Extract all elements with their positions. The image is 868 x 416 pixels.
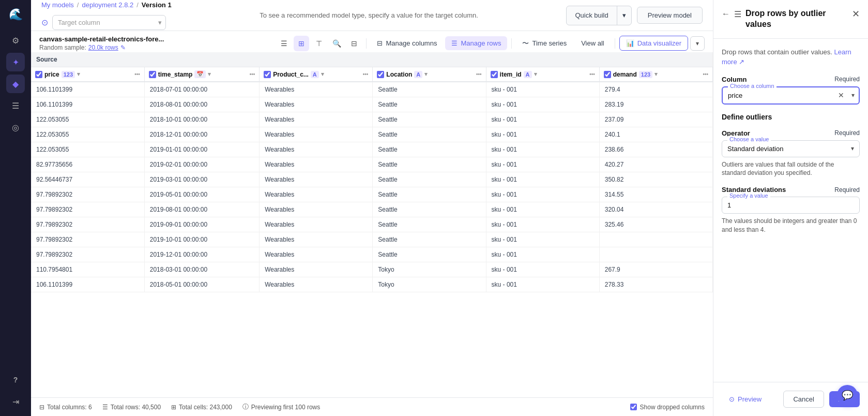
sidebar-icon-tune[interactable]: ◆ xyxy=(6,75,25,93)
col-type-location: A xyxy=(414,71,422,78)
table-row: 106.11013992018-07-01 00:00:00WearablesS… xyxy=(31,82,713,97)
preview-model-button[interactable]: Preview model xyxy=(637,7,703,24)
col-checkbox-timestamp[interactable] xyxy=(149,71,156,78)
toolbar-divider-2 xyxy=(511,38,512,49)
status-columns: ⊟ Total columns: 6 xyxy=(39,404,92,411)
logo-icon[interactable]: 🌊 xyxy=(6,5,25,24)
col-checkbox-itemid[interactable] xyxy=(491,71,498,78)
target-column-select[interactable]: Target column xyxy=(52,15,166,30)
col-checkbox-demand[interactable] xyxy=(604,71,611,78)
table-body: 106.11013992018-07-01 00:00:00WearablesS… xyxy=(31,82,713,292)
cell-time_stamp: 2019-01-01 00:00:00 xyxy=(144,142,259,157)
column-dropdown-button[interactable]: ▾ xyxy=(851,92,855,99)
header-right: Quick build ▾ Preview model xyxy=(566,6,703,25)
col-menu-demand[interactable]: ••• xyxy=(703,71,708,77)
main-content: My models / deployment 2.8.2 / Version 1… xyxy=(31,0,713,416)
status-cells: ⊞ Total cells: 243,000 xyxy=(171,404,232,411)
cell-demand: 278.33 xyxy=(599,277,712,292)
col-checkbox-location[interactable] xyxy=(377,71,384,78)
edit-icon[interactable]: ✎ xyxy=(120,44,126,51)
quick-build-button[interactable]: Quick build xyxy=(567,7,616,23)
sidebar-icon-logout[interactable]: ⇥ xyxy=(6,392,25,411)
sidebar-icon-help[interactable]: ? xyxy=(6,370,25,389)
column-input[interactable] xyxy=(728,92,854,99)
breadcrumb-my-models[interactable]: My models xyxy=(41,1,74,9)
panel-close-button[interactable]: ✕ xyxy=(852,8,860,20)
cell-location: Tokyo xyxy=(373,262,486,277)
column-clear-button[interactable]: ✕ xyxy=(838,91,844,99)
dataset-toolbar-icons: ☰ ⊞ ⊤ 🔍 ⊟ ⊟ Manage columns ☰ Manage rows… xyxy=(276,36,705,51)
cell-price: 122.053055 xyxy=(31,112,144,127)
chat-button[interactable]: 💬 xyxy=(837,385,858,406)
define-outliers-group: Define outliers xyxy=(722,113,860,121)
col-header-timestamp: time_stamp 📅 ▾ ••• xyxy=(144,67,259,82)
panel-back-button[interactable]: ← xyxy=(722,9,730,19)
cell-location: Seattle xyxy=(373,97,486,112)
cell-product: Wearables xyxy=(260,97,373,112)
preview-button[interactable]: ⊙ Preview xyxy=(722,391,769,407)
topbar: My models / deployment 2.8.2 / Version 1… xyxy=(31,0,713,31)
cell-demand: 350.82 xyxy=(599,172,712,187)
total-rows-text: Total rows: 40,500 xyxy=(111,404,161,411)
manage-columns-button[interactable]: ⊟ Manage columns xyxy=(371,36,443,50)
view-all-button[interactable]: View all xyxy=(575,36,611,50)
cell-demand: 420.27 xyxy=(599,157,712,172)
toolbar-expand-button[interactable]: ▾ xyxy=(690,36,705,51)
quick-build-dropdown-button[interactable]: ▾ xyxy=(617,7,631,23)
cell-item_id: sku - 001 xyxy=(486,97,599,112)
operator-select[interactable]: Standard deviation xyxy=(727,145,854,153)
col-menu-location[interactable]: ••• xyxy=(476,71,482,77)
cell-location: Seattle xyxy=(373,247,486,262)
std-dev-input-wrapper: Specify a value xyxy=(722,197,860,214)
sidebar-icon-circle[interactable]: ◎ xyxy=(6,118,25,137)
show-dropped-checkbox[interactable] xyxy=(630,404,637,410)
col-checkbox-price[interactable] xyxy=(35,71,42,78)
sidebar-icon-settings[interactable]: ⚙ xyxy=(6,31,25,50)
cell-time_stamp: 2018-08-01 00:00:00 xyxy=(144,97,259,112)
list-view-button[interactable]: ☰ xyxy=(276,36,292,51)
cell-price: 106.1101399 xyxy=(31,82,144,97)
cancel-button[interactable]: Cancel xyxy=(783,391,824,408)
cell-demand xyxy=(599,232,712,247)
cell-price: 97.79892302 xyxy=(31,247,144,262)
table-row: 106.11013992018-08-01 00:00:00WearablesS… xyxy=(31,97,713,112)
cell-item_id: sku - 001 xyxy=(486,142,599,157)
dataset-meta: Random sample: 20.0k rows ✎ xyxy=(39,44,164,51)
cell-item_id: sku - 001 xyxy=(486,172,599,187)
cell-demand: 238.66 xyxy=(599,142,712,157)
cell-price: 106.1101399 xyxy=(31,277,144,292)
col-menu-price[interactable]: ••• xyxy=(134,71,140,77)
col-menu-product[interactable]: ••• xyxy=(363,71,369,77)
col-menu-timestamp[interactable]: ••• xyxy=(250,71,255,77)
columns-button[interactable]: ⊟ xyxy=(346,36,362,51)
col-checkbox-product[interactable] xyxy=(264,71,271,78)
cell-demand: 325.46 xyxy=(599,217,712,232)
sidebar-icon-list[interactable]: ☰ xyxy=(6,96,25,115)
sample-rows-link[interactable]: 20.0k rows xyxy=(88,44,118,51)
cell-demand: 240.1 xyxy=(599,127,712,142)
dataset-info: canvas-sample-retail-electronics-fore...… xyxy=(39,35,164,51)
std-dev-input[interactable] xyxy=(727,201,854,209)
cell-demand: 267.9 xyxy=(599,262,712,277)
search-button[interactable]: 🔍 xyxy=(329,36,344,51)
toolbar-divider-1 xyxy=(366,38,367,49)
time-series-button[interactable]: 〜 Time series xyxy=(516,36,573,51)
col-type-timestamp: 📅 xyxy=(194,70,206,78)
std-dev-required: Required xyxy=(834,186,860,194)
cell-price: 97.79892302 xyxy=(31,232,144,247)
col-name-price: price xyxy=(44,71,59,78)
breadcrumb-deployment[interactable]: deployment 2.8.2 xyxy=(82,1,133,9)
col-menu-itemid[interactable]: ••• xyxy=(589,71,595,77)
cell-item_id: sku - 001 xyxy=(486,217,599,232)
data-visualizer-button[interactable]: 📊 Data visualizer xyxy=(619,36,688,51)
sidebar-icon-star[interactable]: ✦ xyxy=(6,53,25,71)
cell-location: Seattle xyxy=(373,202,486,217)
filter-button[interactable]: ⊤ xyxy=(311,36,327,51)
cell-product: Wearables xyxy=(260,157,373,172)
manage-rows-button[interactable]: ☰ Manage rows xyxy=(445,36,507,50)
grid-view-button[interactable]: ⊞ xyxy=(294,36,309,51)
col-header-itemid: item_id A ▾ ••• xyxy=(486,67,599,82)
cell-time_stamp: 2019-10-01 00:00:00 xyxy=(144,232,259,247)
cell-price: 122.053055 xyxy=(31,142,144,157)
table-row: 97.798923022019-05-01 00:00:00WearablesS… xyxy=(31,187,713,202)
